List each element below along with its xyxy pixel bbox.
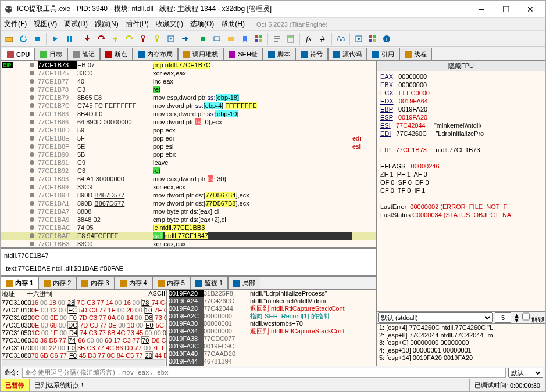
trace-over-icon[interactable] xyxy=(151,33,163,45)
disasm-row[interactable]: 77CE1B9B890D B467D577mov dword ptr ds:[7… xyxy=(1,191,376,199)
calculator-icon[interactable] xyxy=(284,33,297,45)
hex-row[interactable]: 77C310100E 00 12 00 FC 5D C3 77 1E 00 20… xyxy=(2,307,165,314)
disasm-row[interactable]: 77CE1BAEE8 94FCFFFFcall ntdll.77CE1847 xyxy=(1,232,376,240)
patches-icon[interactable] xyxy=(197,33,209,45)
stack-pane[interactable]: 0019FA20 31B225F80019FA24 77C4260C0019FA… xyxy=(167,290,249,366)
tab-sym[interactable]: 符号 xyxy=(295,48,328,60)
disasm-row[interactable]: 77CE1BA78808mov byte ptr ds:[eax],cl xyxy=(1,207,376,215)
registers-pane[interactable]: EAX 00000000EBX 00000000ECX FFEC0000EDX … xyxy=(377,71,545,311)
disasm-row[interactable]: 77CE1B7CC745 FC FEFFFFFFmov dword ptr ss… xyxy=(1,102,376,110)
arg-row[interactable]: 2: [esp+8] 77C42044 ntdll.77C42044 "m xyxy=(379,332,543,339)
text-tool-icon[interactable]: Aa xyxy=(334,33,347,45)
args-pane[interactable]: 1: [esp+4] 77C4260C ntdll.77C4260C "L2: … xyxy=(377,324,545,366)
tab-log[interactable]: 日志 xyxy=(35,48,67,60)
menu-help[interactable]: 帮助(H) xyxy=(221,19,245,29)
disasm-row[interactable]: 77CE1B8664:890D 00000000mov dword ptr fs… xyxy=(1,118,376,126)
disasm-row[interactable]: 77CE1BA93848 02cmp byte ptr ds:[eax+2],c… xyxy=(1,215,376,224)
menu-debug[interactable]: 调试(D) xyxy=(64,19,88,29)
reg-EBP[interactable]: EBP 0019FA20 xyxy=(380,105,542,113)
hex-dump[interactable]: 地址 十六进制 ASCII 77C3100016 00 18 00 28 7C … xyxy=(1,290,166,366)
cmd-preset-select[interactable]: 默认 xyxy=(508,368,543,378)
menu-file[interactable]: 文件(F) xyxy=(4,19,27,29)
reg-ESI[interactable]: ESI 77C42044 "minkernel\\ntdll\ xyxy=(380,121,542,130)
close-button[interactable]: ✕ xyxy=(519,1,542,17)
disasm-row[interactable]: 77CE1B7740inc eax xyxy=(1,77,376,85)
spin-down[interactable]: ▼ xyxy=(513,318,520,322)
stack-row[interactable]: 0019FA20 31B225F8 xyxy=(167,290,249,297)
hex-row[interactable]: 77C310501C 00 1E 00 D4 74 C3 77 6B 4C 73… xyxy=(2,329,165,337)
tab-thr[interactable]: 线程 xyxy=(399,48,432,60)
hex-row[interactable]: 77C3106030 39 D5 77 74 66 00 00 60 17 C3… xyxy=(2,337,165,344)
stack-row[interactable]: 0019FA2C 00000000 xyxy=(167,312,249,320)
tab-bp[interactable]: 断点 xyxy=(100,48,133,60)
settings-icon[interactable] xyxy=(352,33,365,45)
pause-icon[interactable] xyxy=(63,33,76,45)
stack-row[interactable]: 0019FA40 77CAAD20 xyxy=(167,350,249,358)
dump-tab-1[interactable]: 内存 2 xyxy=(38,277,76,289)
minimize-button[interactable]: ─ xyxy=(470,1,493,17)
run-icon[interactable] xyxy=(49,33,62,45)
tab-stack[interactable]: 调用堆栈 xyxy=(178,48,223,60)
trace-into-icon[interactable] xyxy=(137,33,149,45)
step-into-icon[interactable] xyxy=(81,33,94,45)
disasm-row[interactable]: 77CE1B9933C9xor ecx,ecx xyxy=(1,183,376,191)
hex-row[interactable]: 77C3100016 00 18 00 28 7C C3 77 14 00 16… xyxy=(2,299,165,307)
menu-view[interactable]: 视图(V) xyxy=(34,19,57,29)
arg-row[interactable]: 3: [esp+C] 00000000 00000000 xyxy=(379,339,543,347)
stack-row[interactable]: 0019FA30 00000001 xyxy=(167,320,249,328)
dump-tab-5[interactable]: 监视 1 xyxy=(190,277,228,289)
disasm-row[interactable]: 77CE1B8D59pop ecx xyxy=(1,126,376,134)
stack-row[interactable]: 0019FA44 46781394 xyxy=(167,358,249,365)
dump-tab-2[interactable]: 内存 3 xyxy=(76,277,114,289)
comments-icon[interactable] xyxy=(210,33,223,45)
disasm-row[interactable]: 77CE1B8E5Fpop ediedi xyxy=(1,134,376,142)
tab-script[interactable]: 脚本 xyxy=(263,48,295,60)
hex-scrollbar[interactable] xyxy=(2,359,165,366)
hash-icon[interactable]: # xyxy=(316,33,329,45)
find-strings-icon[interactable] xyxy=(270,33,283,45)
tab-src[interactable]: 源代码 xyxy=(328,48,367,60)
disasm-row[interactable]: 77CE1B78C3ret xyxy=(1,85,376,93)
arg-row[interactable]: 5: [esp+14] 0019FA20 0019FA20 xyxy=(379,354,543,362)
disassembly-pane[interactable]: EIP 77CE1B73EB 07jmp ntdll.77CE1B7C77CE1… xyxy=(1,61,376,249)
reg-EDI[interactable]: EDI 77C4260C "LdrpInitializePro xyxy=(380,130,542,138)
disasm-row[interactable]: 77CE1BAC74 05je ntdll.77CE1BB3 xyxy=(1,224,376,232)
disasm-row[interactable]: 77CE1B73EB 07jmp ntdll.77CE1B7C xyxy=(1,61,376,69)
maximize-button[interactable]: ☐ xyxy=(494,1,518,17)
stop-icon[interactable] xyxy=(31,33,44,45)
reg-ECX[interactable]: ECX FFEC0000 xyxy=(380,89,542,97)
disasm-row[interactable]: 77CE1B91C9leave xyxy=(1,159,376,167)
disasm-row[interactable]: 77CE1B838B4D F0mov ecx,dword ptr ss:[ebp… xyxy=(1,110,376,118)
arg-row[interactable]: 1: [esp+4] 77C4260C ntdll.77C4260C "L xyxy=(379,324,543,332)
reg-EDX[interactable]: EDX 0019FA64 xyxy=(380,97,542,105)
reg-ESP[interactable]: ESP 0019FA20 xyxy=(380,113,542,121)
step-over2-icon[interactable] xyxy=(123,33,135,45)
bookmarks-icon[interactable] xyxy=(238,33,251,45)
stack-row[interactable]: 0019FA38 77CDC077 xyxy=(167,335,249,343)
stack-row[interactable]: 0019FA34 00000000 xyxy=(167,328,249,335)
reg-EIP[interactable]: EIP 77CE1B73 ntdll.77CE1B73 xyxy=(380,146,542,154)
reg-EBX[interactable]: EBX 00000000 xyxy=(380,81,542,89)
run-to-user-icon[interactable] xyxy=(165,33,177,45)
tab-mem[interactable]: 内存布局 xyxy=(133,48,178,60)
hide-fpu-button[interactable]: 隐藏FPU xyxy=(377,61,545,71)
stack-row[interactable]: 0019FA28 77C42044 xyxy=(167,305,249,312)
menu-options[interactable]: 选项(O) xyxy=(190,19,214,29)
step-out-icon[interactable] xyxy=(109,33,122,45)
disasm-row[interactable]: 77CE1B8F5Epop esiesi xyxy=(1,142,376,150)
tab-seh[interactable]: SEH链 xyxy=(223,48,263,60)
call-conv-select[interactable]: 默认 (stdcall) xyxy=(378,312,493,323)
disasm-row[interactable]: 77CE1BB5C3ret xyxy=(1,248,376,249)
arg-count-input[interactable] xyxy=(495,312,511,323)
disasm-row[interactable]: 77CE1BA1890D B867D577mov dword ptr ds:[7… xyxy=(1,199,376,207)
dump-tab-3[interactable]: 内存 4 xyxy=(115,277,152,289)
refresh-icon[interactable] xyxy=(17,33,30,45)
arg-row[interactable]: 4: [esp+10] 00000001 00000001 xyxy=(379,347,543,354)
info-icon[interactable]: i xyxy=(380,33,393,45)
menu-favorites[interactable]: 收藏夹(I) xyxy=(156,19,183,29)
dump-tab-4[interactable]: 内存 5 xyxy=(152,277,190,289)
functions-icon[interactable] xyxy=(252,33,265,45)
disasm-row[interactable]: 77CE1B798B65 E8mov esp,dword ptr ss:[ebp… xyxy=(1,93,376,102)
hex-row[interactable]: 77C3108070 6B C6 77 F0 45 D3 77 0C 84 C5… xyxy=(2,352,165,359)
open-icon[interactable] xyxy=(3,33,16,45)
